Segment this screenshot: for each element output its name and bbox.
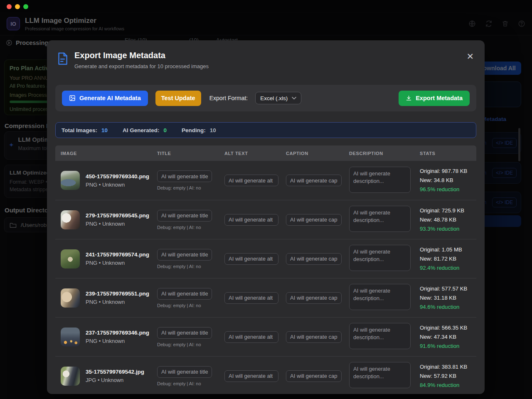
zoom-window-button[interactable] xyxy=(23,4,28,9)
original-size: Original: 725.9 KB xyxy=(420,206,476,215)
image-thumbnail[interactable] xyxy=(61,328,80,347)
export-metadata-modal: Export Image Metadata Generate and expor… xyxy=(47,40,485,394)
new-size: New: 57.92 KB xyxy=(420,372,476,381)
caption-input[interactable] xyxy=(286,175,342,186)
app-window: IO LLM Image Optimizer Professional imag… xyxy=(0,0,532,399)
metadata-table: IMAGE TITLE ALT TEXT CAPTION DESCRIPTION… xyxy=(55,145,476,394)
export-format-select[interactable]: Excel (.xls) xyxy=(255,92,301,104)
title-input[interactable] xyxy=(157,170,212,182)
close-window-button[interactable] xyxy=(7,4,12,9)
original-size: Original: 987.78 KB xyxy=(420,167,476,176)
col-alt-text: ALT TEXT xyxy=(219,151,281,156)
row-stats: Original: 383.81 KB New: 57.92 KB 84.9% … xyxy=(414,362,476,390)
table-row: 241-1755799769574.png PNG • Unknown Debu… xyxy=(55,239,476,278)
new-size: New: 47.34 KB xyxy=(420,332,476,342)
title-input[interactable] xyxy=(157,210,212,222)
download-icon xyxy=(406,95,412,101)
table-row: 237-1755799769346.png PNG • Unknown Debu… xyxy=(55,317,476,356)
debug-status: Debug: empty | AI: no xyxy=(157,185,219,190)
image-format: JPG • Unknown xyxy=(86,377,144,383)
chevron-down-icon xyxy=(292,97,296,100)
image-format: PNG • Unknown xyxy=(86,182,149,188)
alt-text-input[interactable] xyxy=(224,370,278,382)
image-format: PNG • Unknown xyxy=(86,338,149,344)
image-thumbnail[interactable] xyxy=(61,171,80,190)
reduction-percent: 84.9% reduction xyxy=(420,381,476,390)
original-size: Original: 566.35 KB xyxy=(420,323,476,332)
image-thumbnail[interactable] xyxy=(61,367,80,386)
debug-status: Debug: empty | AI: no xyxy=(157,303,219,308)
reduction-percent: 96.5% reduction xyxy=(420,185,476,194)
caption-input[interactable] xyxy=(286,331,342,343)
row-stats: Original: 566.35 KB New: 47.34 KB 91.6% … xyxy=(414,323,476,351)
row-stats: Original: 1.05 MB New: 81.72 KB 92.4% re… xyxy=(414,245,476,273)
caption-input[interactable] xyxy=(286,370,342,382)
col-stats: STATS xyxy=(414,151,476,156)
export-metadata-button[interactable]: Export Metadata xyxy=(399,91,470,106)
alt-text-input[interactable] xyxy=(224,175,278,186)
minimize-window-button[interactable] xyxy=(15,4,20,9)
title-input[interactable] xyxy=(157,288,212,300)
title-input[interactable] xyxy=(157,249,212,261)
new-size: New: 31.18 KB xyxy=(420,293,476,303)
new-size: New: 48.78 KB xyxy=(420,215,476,224)
col-image: IMAGE xyxy=(55,151,152,156)
description-textarea[interactable] xyxy=(349,284,411,310)
image-format: PNG • Unknown xyxy=(86,260,149,266)
debug-status: Debug: empty | AI: no xyxy=(157,225,219,230)
traffic-lights xyxy=(7,4,28,9)
debug-status: Debug: empty | AI: no xyxy=(157,342,219,347)
alt-text-input[interactable] xyxy=(224,292,278,304)
debug-status: Debug: empty | AI: no xyxy=(157,264,219,269)
table-header-row: IMAGE TITLE ALT TEXT CAPTION DESCRIPTION… xyxy=(55,145,476,161)
image-filename: 241-1755799769574.png xyxy=(86,251,149,258)
alt-text-input[interactable] xyxy=(224,253,278,265)
table-row: 450-1755799769340.png PNG • Unknown Debu… xyxy=(55,161,476,200)
description-textarea[interactable] xyxy=(349,167,411,193)
title-input[interactable] xyxy=(157,327,212,339)
modal-title: Export Image Metadata xyxy=(74,51,209,60)
image-thumbnail[interactable] xyxy=(61,210,80,229)
table-row: 35-1755799769542.jpg JPG • Unknown Debug… xyxy=(55,356,476,394)
image-filename: 279-1755799769545.png xyxy=(86,212,149,219)
original-size: Original: 577.57 KB xyxy=(420,284,476,293)
reduction-percent: 92.4% reduction xyxy=(420,264,476,273)
description-textarea[interactable] xyxy=(349,245,411,271)
title-input[interactable] xyxy=(157,366,212,378)
alt-text-input[interactable] xyxy=(224,331,278,343)
image-thumbnail[interactable] xyxy=(61,288,80,308)
total-images-label: Total Images: xyxy=(62,127,97,133)
total-images-value: 10 xyxy=(101,127,108,133)
new-size: New: 81.72 KB xyxy=(420,254,476,264)
debug-status: Debug: empty | AI: no xyxy=(157,381,219,386)
image-format: PNG • Unknown xyxy=(86,221,149,227)
original-size: Original: 383.81 KB xyxy=(420,362,476,372)
image-format: PNG • Unknown xyxy=(86,299,149,305)
description-textarea[interactable] xyxy=(349,323,411,349)
modal-toolbar: Generate AI Metadata Test Update Export … xyxy=(55,85,476,111)
original-size: Original: 1.05 MB xyxy=(420,245,476,254)
row-stats: Original: 725.9 KB New: 48.78 KB 93.3% r… xyxy=(414,206,476,234)
reduction-percent: 91.6% reduction xyxy=(420,342,476,351)
description-textarea[interactable] xyxy=(349,362,411,388)
caption-input[interactable] xyxy=(286,292,342,304)
description-textarea[interactable] xyxy=(349,206,411,232)
close-icon[interactable]: ✕ xyxy=(466,52,474,61)
image-thumbnail[interactable] xyxy=(61,249,80,268)
summary-bar: Total Images: 10 AI Generated: 0 Pending… xyxy=(55,122,476,138)
modal-subtitle: Generate and export metadata for 10 proc… xyxy=(74,63,209,69)
ai-generated-value: 0 xyxy=(164,127,167,133)
col-title: TITLE xyxy=(152,151,219,156)
generate-ai-metadata-button[interactable]: Generate AI Metadata xyxy=(62,91,148,106)
alt-text-input[interactable] xyxy=(224,214,278,226)
row-stats: Original: 987.78 KB New: 34.8 KB 96.5% r… xyxy=(414,167,476,194)
metadata-table-body: 450-1755799769340.png PNG • Unknown Debu… xyxy=(55,161,476,394)
pending-label: Pending: xyxy=(182,127,206,133)
image-filename: 237-1755799769346.png xyxy=(86,330,149,336)
image-filename: 450-1755799769340.png xyxy=(86,173,149,180)
reduction-percent: 93.3% reduction xyxy=(420,224,476,234)
caption-input[interactable] xyxy=(286,214,342,226)
test-update-button[interactable]: Test Update xyxy=(155,91,201,106)
document-icon xyxy=(57,52,68,65)
caption-input[interactable] xyxy=(286,253,342,265)
